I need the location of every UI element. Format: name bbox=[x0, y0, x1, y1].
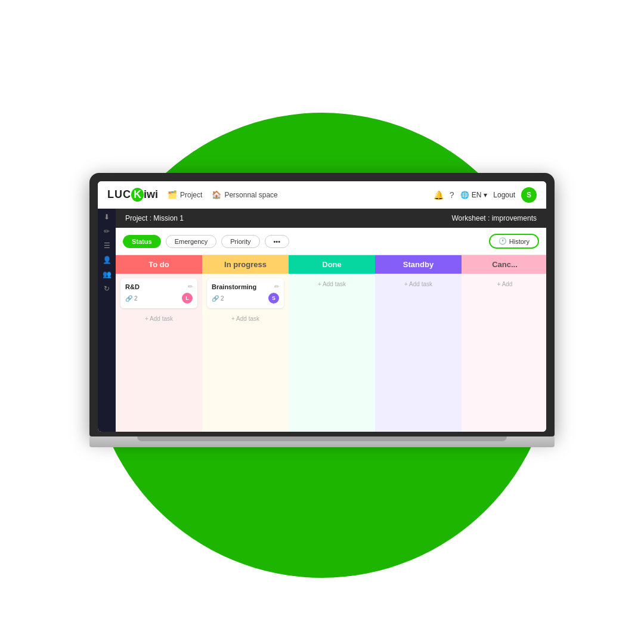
status-filter-button[interactable]: Status bbox=[123, 235, 161, 248]
sidebar-icon-download[interactable]: ⬇ bbox=[104, 213, 110, 221]
task-card-brainstorming[interactable]: Brainstorming ✏ 🔗 2 bbox=[207, 278, 284, 308]
main-content: ⬇ ✏ ☰ 👤 👥 ↻ Project : Mission 1 bbox=[98, 209, 546, 432]
sidebar: ⬇ ✏ ☰ 👤 👥 ↻ bbox=[98, 209, 116, 432]
content-area: Project : Mission 1 Worksheet : improvem… bbox=[116, 209, 546, 432]
app: LUC K iwi 🗂️ Project 🏠 Personnal s bbox=[98, 181, 546, 432]
col-standby-header: Standby bbox=[375, 255, 462, 274]
navbar: LUC K iwi 🗂️ Project 🏠 Personnal s bbox=[98, 181, 546, 209]
lang-selector[interactable]: 🌐 EN ▾ bbox=[460, 191, 488, 199]
sidebar-icon-user[interactable]: 👤 bbox=[103, 256, 112, 264]
logo-luc: LUC bbox=[107, 188, 131, 201]
col-done-body: + Add task bbox=[289, 274, 375, 432]
scene: LUC K iwi 🗂️ Project 🏠 Personnal s bbox=[0, 0, 644, 644]
kanban-col-cancel: Canc... + Add bbox=[462, 255, 546, 432]
globe-icon: 🌐 bbox=[460, 191, 469, 199]
col-cancel-header: Canc... bbox=[462, 255, 546, 274]
task-brainstorming-meta: 🔗 2 S bbox=[212, 293, 279, 304]
nav-personal[interactable]: 🏠 Personnal space bbox=[212, 190, 277, 199]
col-standby-body: + Add task bbox=[375, 274, 462, 432]
task-brainstorming-count: 🔗 2 bbox=[212, 295, 224, 302]
laptop-screen: LUC K iwi 🗂️ Project 🏠 Personnal s bbox=[98, 181, 546, 432]
logo-wi: iwi bbox=[144, 188, 158, 201]
task-rd-header: R&D ✏ bbox=[125, 283, 193, 290]
chevron-down-icon: ▾ bbox=[484, 191, 487, 199]
col-todo-header: To do bbox=[116, 255, 202, 274]
col-todo-body: R&D ✏ 🔗 2 bbox=[116, 274, 202, 432]
nav-links: 🗂️ Project 🏠 Personnal space bbox=[168, 190, 424, 199]
add-task-standby[interactable]: + Add task bbox=[380, 278, 457, 290]
clock-icon: 🕐 bbox=[499, 237, 507, 245]
kanban-col-standby: Standby + Add task bbox=[375, 255, 462, 432]
task-rd-title: R&D bbox=[125, 283, 140, 290]
logo-kiwi: K bbox=[131, 188, 144, 202]
home-icon: 🏠 bbox=[212, 190, 221, 199]
task-rd-meta: 🔗 2 L bbox=[125, 293, 193, 304]
project-label: Project bbox=[180, 191, 202, 199]
project-title: Project : Mission 1 bbox=[125, 214, 184, 222]
add-task-done[interactable]: + Add task bbox=[293, 278, 370, 290]
task-brainstorming-title: Brainstorming bbox=[212, 283, 256, 290]
col-inprogress-header: In progress bbox=[202, 255, 289, 274]
col-inprogress-body: Brainstorming ✏ 🔗 2 bbox=[202, 274, 289, 432]
sidebar-icon-group[interactable]: 👥 bbox=[103, 271, 112, 278]
laptop: LUC K iwi 🗂️ Project 🏠 Personnal s bbox=[89, 173, 555, 447]
add-task-cancel[interactable]: + Add bbox=[466, 278, 543, 290]
project-header: Project : Mission 1 Worksheet : improvem… bbox=[116, 209, 546, 228]
task-rd-avatar: L bbox=[182, 293, 193, 304]
logout-button[interactable]: Logout bbox=[493, 191, 515, 199]
task-rd-count: 🔗 2 bbox=[125, 295, 138, 302]
sidebar-icon-refresh[interactable]: ↻ bbox=[104, 285, 110, 292]
task-card-rd[interactable]: R&D ✏ 🔗 2 bbox=[120, 278, 197, 308]
kanban-board: To do R&D ✏ bbox=[116, 255, 546, 432]
sidebar-icon-edit[interactable]: ✏ bbox=[104, 228, 110, 235]
help-icon[interactable]: ? bbox=[450, 190, 454, 200]
lang-label: EN bbox=[472, 191, 482, 199]
add-task-todo[interactable]: + Add task bbox=[120, 313, 197, 324]
bell-icon[interactable]: 🔔 bbox=[434, 190, 444, 200]
logo: LUC K iwi bbox=[107, 188, 158, 202]
col-done-header: Done bbox=[289, 255, 375, 274]
emergency-filter-button[interactable]: Emergency bbox=[166, 235, 217, 248]
link-icon-b: 🔗 bbox=[212, 295, 219, 302]
personal-label: Personnal space bbox=[224, 191, 277, 199]
nav-right: 🔔 ? 🌐 EN ▾ Logout S bbox=[434, 187, 537, 203]
more-filter-button[interactable]: ••• bbox=[265, 235, 290, 248]
kanban-col-inprogress: In progress Brainstorming ✏ bbox=[202, 255, 289, 432]
laptop-screen-bezel: LUC K iwi 🗂️ Project 🏠 Personnal s bbox=[89, 173, 555, 436]
user-avatar[interactable]: S bbox=[521, 187, 537, 203]
worksheet-title: Worksheet : improvements bbox=[452, 214, 537, 222]
add-task-inprogress[interactable]: + Add task bbox=[207, 313, 284, 324]
priority-filter-button[interactable]: Priority bbox=[221, 235, 259, 248]
col-cancel-body: + Add bbox=[462, 274, 546, 432]
filter-bar: Status Emergency Priority ••• 🕐 History bbox=[116, 228, 546, 255]
project-icon: 🗂️ bbox=[168, 190, 177, 199]
task-brainstorming-edit-icon[interactable]: ✏ bbox=[274, 283, 279, 290]
kanban-col-done: Done + Add task bbox=[289, 255, 375, 432]
laptop-base bbox=[89, 436, 555, 447]
nav-project[interactable]: 🗂️ Project bbox=[168, 190, 202, 199]
link-icon: 🔗 bbox=[125, 295, 132, 302]
task-brainstorming-header: Brainstorming ✏ bbox=[212, 283, 279, 290]
history-button[interactable]: 🕐 History bbox=[489, 234, 539, 249]
history-label: History bbox=[509, 238, 530, 245]
task-brainstorming-avatar: S bbox=[268, 293, 279, 304]
laptop-hinge bbox=[137, 436, 507, 441]
kanban-col-todo: To do R&D ✏ bbox=[116, 255, 202, 432]
task-rd-edit-icon[interactable]: ✏ bbox=[188, 283, 193, 290]
sidebar-icon-list[interactable]: ☰ bbox=[104, 242, 110, 249]
